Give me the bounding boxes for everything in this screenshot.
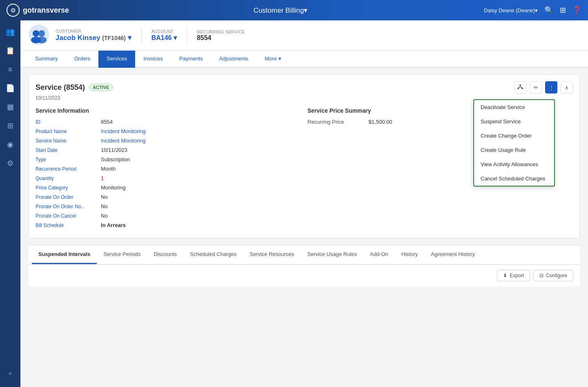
svg-point-1 bbox=[33, 30, 39, 37]
app-name: gotransverse bbox=[23, 6, 69, 15]
content-area: CUSTOMER Jacob Kinsey (TF1046) ▾ ACCOUNT… bbox=[20, 20, 588, 387]
value-prorate-order-no: No bbox=[101, 203, 108, 209]
bottom-tab-periods[interactable]: Service Periods bbox=[97, 245, 147, 264]
svg-rect-7 bbox=[521, 88, 523, 89]
price-value: $1,500.00 bbox=[369, 119, 392, 125]
dropdown-cancel-charges[interactable]: Cancel Scheduled Charges bbox=[474, 171, 554, 186]
price-label: Recurring Price bbox=[307, 119, 344, 125]
search-icon[interactable]: 🔍 bbox=[544, 6, 553, 15]
info-row-prorate-order-no: Prorate On Order No... No bbox=[36, 203, 301, 209]
main-tab-bar: Summary Orders Services Invoices Payment… bbox=[20, 51, 588, 68]
sidebar-item-users[interactable]: 👥 bbox=[3, 24, 18, 39]
tab-invoices[interactable]: Invoices bbox=[135, 51, 171, 68]
logo-icon: ⊙ bbox=[7, 4, 20, 17]
svg-line-9 bbox=[518, 87, 520, 88]
info-section-title: Service Information bbox=[36, 107, 301, 114]
info-row-id: ID 8554 bbox=[36, 119, 301, 125]
edit-icon-button[interactable]: ✏ bbox=[530, 81, 542, 93]
account-value-link[interactable]: BA146 ▾ bbox=[151, 34, 177, 42]
info-row-service: Service Name Incident Monitoring bbox=[36, 138, 301, 144]
value-prorate-order: No bbox=[101, 194, 108, 200]
bottom-tab-resources[interactable]: Service Resources bbox=[243, 245, 301, 264]
tab-orders[interactable]: Orders bbox=[66, 51, 99, 68]
sidebar-item-list[interactable]: ≡ bbox=[3, 62, 18, 77]
value-start: 10/11/2023 bbox=[101, 147, 127, 153]
sidebar-item-palette[interactable]: ◉ bbox=[3, 137, 18, 152]
export-button[interactable]: ⬇ Export bbox=[497, 270, 530, 281]
label-prorate-order: Prorate On Order bbox=[36, 194, 101, 200]
tab-summary[interactable]: Summary bbox=[27, 51, 66, 68]
tab-payments[interactable]: Payments bbox=[171, 51, 211, 68]
label-id: ID bbox=[36, 119, 101, 125]
status-badge: ACTIVE bbox=[89, 84, 113, 91]
page-content: Service (8554) ACTIVE bbox=[20, 68, 588, 387]
bottom-tab-scheduled[interactable]: Scheduled Charges bbox=[183, 245, 243, 264]
label-recurrence: Recurrence Period bbox=[36, 166, 101, 172]
bottom-action-bar: ⬇ Export ⊟ Configure bbox=[29, 265, 580, 286]
bottom-tab-history[interactable]: History bbox=[395, 245, 424, 264]
value-type: Subscription bbox=[101, 156, 130, 162]
label-service: Service Name bbox=[36, 138, 101, 144]
help-icon[interactable]: ❓ bbox=[572, 6, 581, 15]
customer-label: CUSTOMER bbox=[56, 29, 131, 33]
divider bbox=[141, 27, 142, 44]
app-logo[interactable]: ⊙ gotransverse bbox=[7, 4, 69, 17]
bottom-tabs-section: Suspended Intervals Service Periods Disc… bbox=[29, 245, 580, 286]
value-quantity: 1 bbox=[101, 175, 104, 181]
configure-button[interactable]: ⊟ Configure bbox=[533, 270, 573, 281]
svg-line-10 bbox=[520, 87, 522, 88]
grid-icon[interactable]: ⊞ bbox=[560, 6, 566, 15]
left-sidebar: 👥 📋 ≡ 📄 ▦ ⊞ ◉ ⚙ » bbox=[0, 20, 20, 387]
service-title-group: Service (8554) ACTIVE bbox=[36, 83, 113, 92]
tab-more[interactable]: More ▾ bbox=[256, 51, 289, 68]
sidebar-item-documents[interactable]: 📋 bbox=[3, 43, 18, 58]
dropdown-activity-allowances[interactable]: View Activity Allowances bbox=[474, 157, 554, 171]
bottom-tab-addon[interactable]: Add-On bbox=[363, 245, 395, 264]
sidebar-expand-button[interactable]: » bbox=[3, 366, 18, 380]
sidebar-item-card[interactable]: ▦ bbox=[3, 100, 18, 114]
service-header-info: RECURRING SERVICE 8554 bbox=[197, 29, 245, 42]
value-bill-schedule: In Arrears bbox=[101, 222, 126, 228]
more-options-button[interactable]: ⋮ bbox=[545, 81, 557, 93]
bottom-tab-bar: Suspended Intervals Service Periods Disc… bbox=[29, 245, 580, 265]
header-bar: CUSTOMER Jacob Kinsey (TF1046) ▾ ACCOUNT… bbox=[20, 20, 588, 51]
tab-services[interactable]: Services bbox=[98, 51, 135, 68]
bottom-tab-suspended[interactable]: Suspended Intervals bbox=[32, 245, 97, 264]
info-row-prorate-cancel: Prorate On Cancel No bbox=[36, 213, 301, 219]
svg-rect-6 bbox=[517, 88, 519, 89]
service-title: Service (8554) bbox=[36, 83, 85, 92]
service-label: RECURRING SERVICE bbox=[197, 29, 245, 34]
hierarchy-icon-button[interactable] bbox=[514, 81, 526, 93]
svg-point-4 bbox=[37, 37, 47, 43]
dropdown-usage-rule[interactable]: Create Usage Rule bbox=[474, 143, 554, 157]
dropdown-change-order[interactable]: Create Change Order bbox=[474, 129, 554, 143]
nav-right: Daisy Deane (Deane)▾ 🔍 ⊞ ❓ bbox=[484, 6, 581, 15]
label-bill-schedule: Bill Schedule bbox=[36, 222, 101, 228]
value-id: 8554 bbox=[101, 119, 113, 125]
service-action-buttons: ✏ ⋮ ∧ bbox=[514, 81, 573, 93]
info-row-bill-schedule: Bill Schedule In Arrears bbox=[36, 222, 301, 228]
sidebar-item-file[interactable]: 📄 bbox=[3, 81, 18, 96]
bottom-tab-agreement[interactable]: Agreement History bbox=[424, 245, 481, 264]
value-product[interactable]: Incident Monitoring bbox=[101, 128, 146, 134]
service-info-section: Service Information ID 8554 Product Name… bbox=[36, 107, 301, 231]
dropdown-deactivate[interactable]: Deactivate Service bbox=[474, 100, 554, 114]
label-type: Type bbox=[36, 157, 101, 162]
label-price-cat: Price Category bbox=[36, 185, 101, 191]
tab-adjustments[interactable]: Adjustments bbox=[211, 51, 257, 68]
bottom-tab-usage-rules[interactable]: Service Usage Rules bbox=[301, 245, 363, 264]
account-info: ACCOUNT BA146 ▾ bbox=[151, 29, 177, 42]
divider2 bbox=[187, 27, 187, 44]
user-menu[interactable]: Daisy Deane (Deane)▾ bbox=[484, 7, 538, 13]
info-row-start: Start Date 10/11/2023 bbox=[36, 147, 301, 153]
label-start: Start Date bbox=[36, 147, 101, 153]
service-value: 8554 bbox=[197, 34, 245, 42]
value-service[interactable]: Incident Monitoring bbox=[101, 138, 146, 144]
collapse-button[interactable]: ∧ bbox=[561, 81, 573, 93]
bottom-tab-discounts[interactable]: Discounts bbox=[147, 245, 183, 264]
sidebar-item-calculator[interactable]: ⊞ bbox=[3, 118, 18, 133]
nav-center-menu[interactable]: Customer Billing▾ bbox=[77, 6, 484, 15]
dropdown-suspend[interactable]: Suspend Service bbox=[474, 114, 554, 129]
customer-name-link[interactable]: Jacob Kinsey (TF1046) ▾ bbox=[56, 33, 131, 42]
sidebar-item-settings[interactable]: ⚙ bbox=[3, 156, 18, 171]
